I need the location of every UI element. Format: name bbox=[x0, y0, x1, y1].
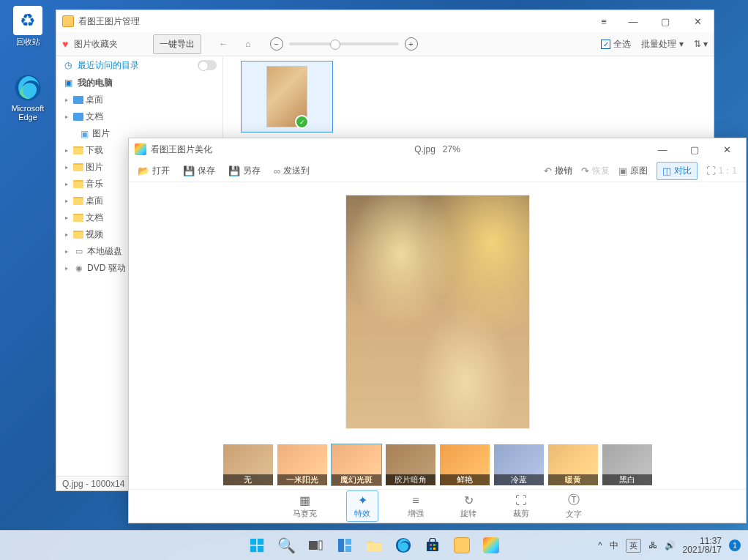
text-icon: Ⓣ bbox=[568, 493, 580, 508]
tool-crop[interactable]: ⛶裁剪 bbox=[506, 492, 536, 521]
monitor-icon: ▣ bbox=[62, 78, 74, 88]
filter-warm[interactable]: 暖黄 bbox=[548, 444, 598, 485]
thumbnail-selected[interactable] bbox=[241, 61, 333, 132]
save-button[interactable]: 💾保存 bbox=[183, 165, 215, 177]
ime-english[interactable]: 英 bbox=[626, 539, 641, 553]
editor-titlebar[interactable]: 看图王图片美化 Q.jpg27% — ▢ ✕ bbox=[129, 138, 746, 160]
filter-magic[interactable]: 魔幻光斑 bbox=[332, 444, 381, 485]
tool-effect[interactable]: ✦特效 bbox=[346, 490, 378, 522]
zoom-out-icon[interactable]: − bbox=[270, 37, 283, 51]
widgets-button[interactable] bbox=[332, 532, 358, 559]
undo-button[interactable]: ↶撤销 bbox=[544, 165, 572, 177]
store-button[interactable] bbox=[419, 532, 446, 559]
tool-text[interactable]: Ⓣ文字 bbox=[558, 490, 589, 522]
filter-cool[interactable]: 冷蓝 bbox=[494, 444, 544, 485]
export-button[interactable]: 一键导出 bbox=[153, 34, 201, 54]
share-icon: ∞ bbox=[274, 165, 280, 176]
ratio-button[interactable]: ⛶1：1 bbox=[706, 165, 737, 177]
search-button[interactable]: 🔍 bbox=[273, 532, 299, 559]
fm-titlebar[interactable]: 看图王图片管理 ≡ — ▢ ✕ bbox=[56, 10, 714, 32]
tool-rotate[interactable]: ↻旋转 bbox=[453, 491, 484, 521]
editor-maximize-button[interactable]: ▢ bbox=[678, 138, 711, 160]
svg-rect-2 bbox=[258, 539, 263, 545]
taskbar-center: 🔍 bbox=[244, 532, 504, 559]
filter-none[interactable]: 无 bbox=[223, 444, 273, 485]
favorites-label[interactable]: 图片收藏夹 bbox=[74, 38, 118, 51]
sendto-button[interactable]: ∞发送到 bbox=[274, 165, 310, 177]
zoom-control[interactable]: − + bbox=[270, 37, 418, 51]
editor-title-text: 看图王图片美化 bbox=[151, 143, 212, 156]
thumbnail-image bbox=[266, 66, 307, 127]
checkbox-icon: ✓ bbox=[601, 40, 610, 49]
desktop-icon bbox=[73, 96, 83, 104]
app-taskbar-1[interactable] bbox=[449, 532, 475, 559]
maximize-button[interactable]: ▢ bbox=[649, 10, 681, 32]
compare-button[interactable]: ◫对比 bbox=[657, 162, 697, 180]
recycle-bin[interactable]: ♻ 回收站 bbox=[4, 6, 51, 48]
tool-enhance[interactable]: ≡增强 bbox=[400, 492, 431, 521]
save-icon: 💾 bbox=[183, 165, 195, 176]
editor-minimize-button[interactable]: — bbox=[646, 138, 678, 160]
svg-rect-7 bbox=[338, 539, 344, 552]
filter-vivid[interactable]: 鲜艳 bbox=[440, 444, 490, 485]
start-button[interactable] bbox=[244, 532, 270, 559]
edge-taskbar-button[interactable] bbox=[390, 532, 416, 559]
zoom-in-icon[interactable]: + bbox=[405, 37, 418, 51]
folder-open-icon: 📂 bbox=[138, 165, 149, 176]
svg-rect-6 bbox=[319, 541, 322, 550]
tool-mosaic[interactable]: ▦马赛克 bbox=[285, 491, 324, 521]
edge-shortcut[interactable]: Microsoft Edge bbox=[4, 73, 51, 122]
svg-rect-10 bbox=[367, 543, 381, 551]
svg-rect-15 bbox=[430, 548, 432, 550]
sort-icon[interactable]: ⇅ ▾ bbox=[694, 39, 708, 49]
editor-close-button[interactable]: ✕ bbox=[711, 138, 743, 160]
folder-icon bbox=[73, 146, 83, 154]
saveas-button[interactable]: 💾另存 bbox=[228, 165, 261, 177]
editor-filename: Q.jpg27% bbox=[414, 144, 460, 154]
folder-icon bbox=[73, 214, 83, 222]
editor-tools: ▦马赛克 ✦特效 ≡增强 ↻旋转 ⛶裁剪 Ⓣ文字 bbox=[129, 489, 746, 523]
picture-icon: ▣ bbox=[78, 129, 90, 139]
taskview-button[interactable] bbox=[302, 532, 329, 559]
explorer-button[interactable] bbox=[361, 532, 387, 559]
saveas-icon: 💾 bbox=[228, 165, 240, 176]
sidebar-item-desktop[interactable]: ▸桌面 bbox=[56, 92, 222, 108]
filter-strip: 无 一米阳光 魔幻光斑 胶片暗角 鲜艳 冷蓝 暖黄 黑白 bbox=[129, 441, 746, 489]
my-computer-row[interactable]: ▣ 我的电脑 bbox=[56, 74, 222, 92]
notification-badge[interactable]: 1 bbox=[729, 540, 741, 551]
sliders-icon: ≡ bbox=[412, 494, 419, 507]
app-taskbar-2[interactable] bbox=[478, 532, 504, 559]
batch-dropdown[interactable]: 批量处理 ▾ bbox=[641, 38, 683, 51]
filter-film[interactable]: 胶片暗角 bbox=[386, 444, 435, 485]
hamburger-icon[interactable]: ≡ bbox=[591, 10, 617, 32]
disk-icon: ▭ bbox=[73, 247, 85, 257]
close-button[interactable]: ✕ bbox=[681, 10, 714, 32]
filter-sunlight[interactable]: 一米阳光 bbox=[277, 444, 327, 485]
volume-icon[interactable]: 🔊 bbox=[665, 540, 676, 550]
edited-image bbox=[345, 195, 530, 429]
minimize-button[interactable]: — bbox=[617, 10, 649, 32]
up-icon[interactable]: ⌂ bbox=[245, 39, 250, 49]
back-icon[interactable]: ← bbox=[219, 39, 228, 49]
sidebar-item-documents[interactable]: ▸文档 bbox=[56, 108, 222, 125]
edge-icon bbox=[13, 73, 42, 102]
recent-toggle[interactable] bbox=[198, 60, 217, 70]
select-all[interactable]: ✓全选 bbox=[601, 38, 631, 51]
recent-folder-row[interactable]: ◷ 最近访问的目录 bbox=[56, 56, 222, 74]
folder-icon bbox=[73, 163, 83, 171]
open-button[interactable]: 📂打开 bbox=[138, 165, 170, 177]
network-icon[interactable]: 🖧 bbox=[648, 540, 657, 550]
zoom-slider[interactable] bbox=[289, 42, 399, 45]
ime-chinese[interactable]: 中 bbox=[610, 540, 618, 552]
doc-icon bbox=[73, 113, 83, 121]
original-button[interactable]: ▣原图 bbox=[618, 165, 648, 177]
editor-canvas[interactable] bbox=[129, 182, 746, 441]
edge-label: Microsoft Edge bbox=[4, 104, 51, 122]
clock[interactable]: 11:37 2021/8/17 bbox=[683, 537, 722, 554]
undo-icon: ↶ bbox=[544, 165, 552, 176]
filter-bw[interactable]: 黑白 bbox=[602, 444, 652, 485]
tray-chevron-icon[interactable]: ^ bbox=[598, 540, 602, 550]
recycle-label: 回收站 bbox=[4, 37, 51, 48]
recycle-icon: ♻ bbox=[13, 6, 42, 35]
rotate-icon: ↻ bbox=[464, 493, 474, 507]
